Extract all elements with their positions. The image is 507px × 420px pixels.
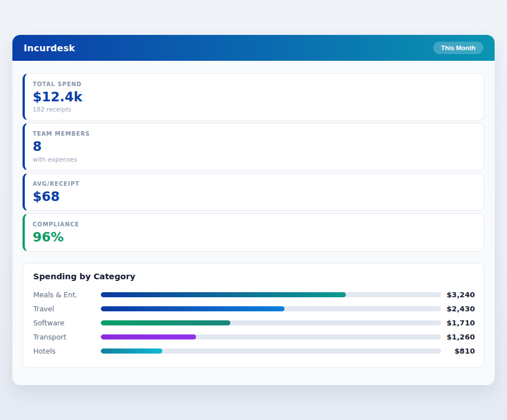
stat-card: AVG/RECEIPT $68 xyxy=(23,173,484,211)
bar-track xyxy=(101,306,441,311)
stat-value: $12.4k xyxy=(33,90,475,104)
bar-track xyxy=(101,334,441,339)
bar-fill xyxy=(101,292,346,297)
spending-chart-card: Spending by Category Meals & Ent. $3,240… xyxy=(23,263,484,368)
chart-category-label: Travel xyxy=(33,305,101,313)
chart-category-label: Software xyxy=(33,319,101,327)
chart-category-label: Meals & Ent. xyxy=(33,291,101,299)
app-title: Incurdesk xyxy=(24,43,75,53)
bar-fill xyxy=(101,334,196,339)
chart-row: Transport $1,260 xyxy=(33,330,475,344)
chart-value-label: $1,260 xyxy=(446,333,475,341)
bar-track xyxy=(101,348,441,354)
stat-label: TEAM MEMBERS xyxy=(33,131,475,137)
bar-fill xyxy=(101,306,284,311)
chart-title: Spending by Category xyxy=(33,272,475,281)
bar-track xyxy=(101,292,441,297)
chart-value-label: $810 xyxy=(446,347,475,355)
chart-row: Hotels $810 xyxy=(33,344,475,358)
stat-card: TEAM MEMBERS 8 with expenses xyxy=(23,123,484,170)
stat-label: COMPLIANCE xyxy=(33,221,475,227)
chart-value-label: $1,710 xyxy=(446,319,475,327)
panel-header: Incurdesk This Month xyxy=(12,35,495,61)
stat-card: TOTAL SPEND $12.4k 182 receipts xyxy=(23,73,484,120)
chart-row: Meals & Ent. $3,240 xyxy=(33,288,475,302)
stat-label: AVG/RECEIPT xyxy=(33,181,475,187)
chart-value-label: $2,430 xyxy=(446,305,475,313)
chart-category-label: Transport xyxy=(33,333,101,341)
stat-value: $68 xyxy=(33,190,475,204)
stat-subtext: 182 receipts xyxy=(33,106,475,113)
bar-fill xyxy=(101,320,230,325)
chart-rows: Meals & Ent. $3,240 Travel $2,430 Softwa… xyxy=(33,288,475,358)
chart-row: Software $1,710 xyxy=(33,316,475,330)
period-badge[interactable]: This Month xyxy=(433,42,483,54)
panel-content: TOTAL SPEND $12.4k 182 receipts TEAM MEM… xyxy=(12,61,495,379)
stat-value: 96% xyxy=(33,230,475,244)
stats-section: TOTAL SPEND $12.4k 182 receipts TEAM MEM… xyxy=(23,73,484,252)
stat-card: COMPLIANCE 96% xyxy=(23,213,484,252)
incurdesk-panel: Incurdesk This Month TOTAL SPEND $12.4k … xyxy=(12,35,495,385)
bar-track xyxy=(101,320,441,325)
chart-value-label: $3,240 xyxy=(446,291,475,299)
chart-category-label: Hotels xyxy=(33,347,101,355)
stat-subtext: with expenses xyxy=(33,156,475,163)
stat-label: TOTAL SPEND xyxy=(33,81,475,87)
stat-value: 8 xyxy=(33,140,475,154)
chart-row: Travel $2,430 xyxy=(33,302,475,316)
bar-fill xyxy=(101,348,162,354)
